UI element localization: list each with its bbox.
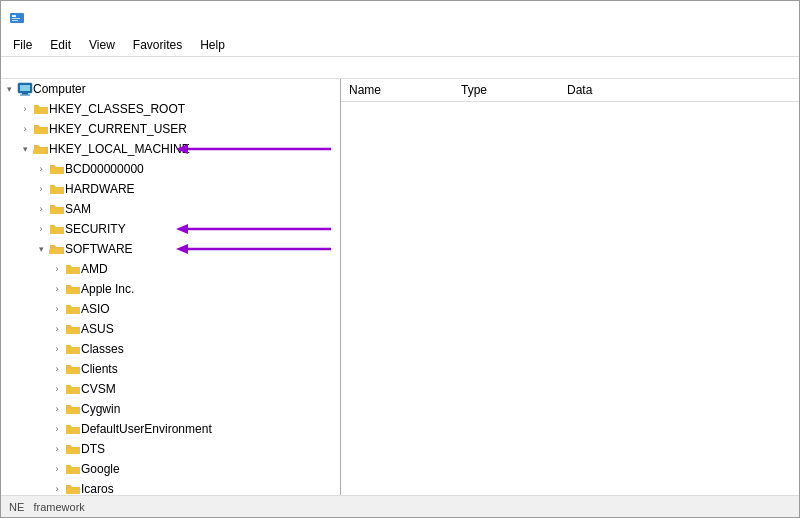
folder-icon-bcd00000000	[49, 162, 65, 176]
svg-rect-12	[50, 167, 64, 174]
tree-item-bcd00000000[interactable]: › BCD00000000	[1, 159, 340, 179]
svg-rect-5	[20, 85, 30, 91]
svg-rect-26	[66, 387, 80, 394]
folder-icon-hardware	[49, 182, 65, 196]
tree-item-hkey_classes_root[interactable]: › HKEY_CLASSES_ROOT	[1, 99, 340, 119]
expander-amd[interactable]: ›	[49, 261, 65, 277]
maximize-button[interactable]	[697, 8, 743, 28]
tree-item-computer[interactable]: ▾ Computer	[1, 79, 340, 99]
tree-item-asio[interactable]: › ASIO	[1, 299, 340, 319]
label-hkey_local_machine: HKEY_LOCAL_MACHINE	[49, 142, 190, 156]
expander-sam[interactable]: ›	[33, 201, 49, 217]
tree-item-google[interactable]: › Google	[1, 459, 340, 479]
folder-icon-apple_inc	[65, 282, 81, 296]
svg-rect-23	[66, 327, 80, 334]
expander-bcd00000000[interactable]: ›	[33, 161, 49, 177]
expander-apple_inc[interactable]: ›	[49, 281, 65, 297]
arrow-annotation-hkey_local_machine	[176, 141, 336, 157]
label-classes: Classes	[81, 342, 124, 356]
expander-hardware[interactable]: ›	[33, 181, 49, 197]
minimize-button[interactable]	[649, 8, 695, 28]
tree-item-hkey_current_user[interactable]: › HKEY_CURRENT_USER	[1, 119, 340, 139]
menu-file[interactable]: File	[5, 36, 40, 54]
title-bar-controls	[649, 8, 791, 28]
label-cvsm: CVSM	[81, 382, 116, 396]
expander-cygwin[interactable]: ›	[49, 401, 65, 417]
folder-icon-asus	[65, 322, 81, 336]
label-clients: Clients	[81, 362, 118, 376]
folder-icon-defaultuserenvironment	[65, 422, 81, 436]
tree-container: ▾ Computer› HKEY_CLASSES_ROOT› HKEY_CURR…	[1, 79, 340, 495]
tree-item-hkey_local_machine[interactable]: ▾ HKEY_LOCAL_MACHINE	[1, 139, 340, 159]
label-amd: AMD	[81, 262, 108, 276]
svg-marker-17	[176, 224, 188, 234]
folder-icon-hkey_classes_root	[33, 102, 49, 116]
main-content: ▾ Computer› HKEY_CLASSES_ROOT› HKEY_CURR…	[1, 79, 799, 495]
label-software: SOFTWARE	[65, 242, 133, 256]
tree-item-dts[interactable]: › DTS	[1, 439, 340, 459]
svg-rect-6	[22, 93, 28, 95]
expander-computer[interactable]: ▾	[1, 81, 17, 97]
expander-defaultuserenvironment[interactable]: ›	[49, 421, 65, 437]
expander-security[interactable]: ›	[33, 221, 49, 237]
menu-favorites[interactable]: Favorites	[125, 36, 190, 54]
tree-panel[interactable]: ▾ Computer› HKEY_CLASSES_ROOT› HKEY_CURR…	[1, 79, 341, 495]
svg-rect-25	[66, 367, 80, 374]
label-computer: Computer	[33, 82, 86, 96]
label-icaros: Icaros	[81, 482, 114, 495]
col-type: Type	[461, 83, 487, 97]
tree-item-software[interactable]: ▾ SOFTWARE	[1, 239, 340, 259]
folder-icon-computer	[17, 82, 33, 96]
close-button[interactable]	[745, 8, 791, 28]
tree-item-amd[interactable]: › AMD	[1, 259, 340, 279]
expander-cvsm[interactable]: ›	[49, 381, 65, 397]
expander-software[interactable]: ▾	[33, 241, 49, 257]
expander-icaros[interactable]: ›	[49, 481, 65, 495]
menu-help[interactable]: Help	[192, 36, 233, 54]
tree-item-sam[interactable]: › SAM	[1, 199, 340, 219]
menu-edit[interactable]: Edit	[42, 36, 79, 54]
expander-hkey_classes_root[interactable]: ›	[17, 101, 33, 117]
expander-clients[interactable]: ›	[49, 361, 65, 377]
expander-asio[interactable]: ›	[49, 301, 65, 317]
svg-rect-15	[50, 227, 64, 234]
tree-item-hardware[interactable]: › HARDWARE	[1, 179, 340, 199]
label-hkey_classes_root: HKEY_CLASSES_ROOT	[49, 102, 185, 116]
expander-hkey_current_user[interactable]: ›	[17, 121, 33, 137]
expander-asus[interactable]: ›	[49, 321, 65, 337]
folder-icon-hkey_local_machine	[33, 142, 49, 156]
label-asus: ASUS	[81, 322, 114, 336]
tree-item-classes[interactable]: › Classes	[1, 339, 340, 359]
expander-hkey_local_machine[interactable]: ▾	[17, 141, 33, 157]
expander-classes[interactable]: ›	[49, 341, 65, 357]
folder-icon-clients	[65, 362, 81, 376]
expander-dts[interactable]: ›	[49, 441, 65, 457]
right-panel: Name Type Data	[341, 79, 799, 495]
tree-item-apple_inc[interactable]: › Apple Inc.	[1, 279, 340, 299]
expander-google[interactable]: ›	[49, 461, 65, 477]
label-dts: DTS	[81, 442, 105, 456]
svg-rect-7	[20, 95, 30, 96]
tree-item-asus[interactable]: › ASUS	[1, 319, 340, 339]
tree-item-defaultuserenvironment[interactable]: › DefaultUserEnvironment	[1, 419, 340, 439]
svg-rect-13	[50, 187, 64, 194]
col-name: Name	[349, 83, 381, 97]
folder-icon-asio	[65, 302, 81, 316]
label-hardware: HARDWARE	[65, 182, 135, 196]
tree-item-security[interactable]: › SECURITY	[1, 219, 340, 239]
menu-view[interactable]: View	[81, 36, 123, 54]
tree-item-icaros[interactable]: › Icaros	[1, 479, 340, 495]
svg-rect-31	[66, 487, 80, 494]
column-headers: Name Type Data	[341, 79, 799, 102]
svg-rect-20	[66, 267, 80, 274]
label-security: SECURITY	[65, 222, 126, 236]
col-data: Data	[567, 83, 592, 97]
folder-icon-amd	[65, 262, 81, 276]
folder-icon-google	[65, 462, 81, 476]
folder-icon-icaros	[65, 482, 81, 495]
label-apple_inc: Apple Inc.	[81, 282, 134, 296]
tree-item-cygwin[interactable]: › Cygwin	[1, 399, 340, 419]
tree-item-cvsm[interactable]: › CVSM	[1, 379, 340, 399]
tree-item-clients[interactable]: › Clients	[1, 359, 340, 379]
arrow-annotation-software	[176, 241, 336, 257]
